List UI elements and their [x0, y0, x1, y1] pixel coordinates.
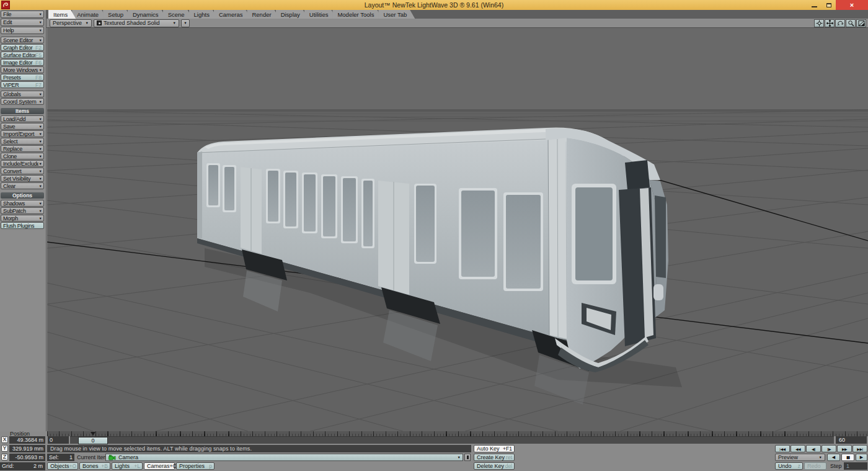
axis-x-button[interactable]: X — [1, 436, 8, 443]
sidebar-button[interactable]: Shadows ▼ — [1, 200, 44, 207]
view-mode-dropdown[interactable]: Perspective ▼ — [50, 19, 92, 27]
item-type-button[interactable]: Properties p — [176, 462, 215, 470]
undo-button[interactable]: Undo z — [775, 462, 803, 470]
create-key-button[interactable]: Create Key ret — [474, 454, 515, 461]
sidebar-button[interactable]: Import/Export ▼ — [1, 130, 44, 137]
move-icon[interactable] — [825, 19, 835, 27]
axis-x-value[interactable]: 49.3684 m — [9, 436, 45, 444]
sidebar-button[interactable]: Clear ▼ — [1, 182, 44, 189]
menu-tab[interactable]: Modeler Tools — [332, 10, 382, 19]
viewport-3d[interactable] — [47, 28, 868, 431]
chevron-down-icon: ▼ — [39, 68, 42, 72]
item-type-button[interactable]: Objects +O — [47, 462, 78, 470]
sidebar-button[interactable]: Graph Editor F2 — [1, 44, 44, 51]
sidebar-button[interactable]: Flush Plugins — [1, 222, 44, 229]
step-field[interactable]: 1 — [844, 462, 867, 470]
end-frame-field[interactable]: 60 — [836, 436, 867, 444]
shading-mode-dropdown[interactable]: Textured Shaded Solid ▼ — [94, 19, 179, 27]
sidebar-button[interactable]: Save ▼ — [1, 123, 44, 130]
menu-tab[interactable]: Cameras — [214, 10, 251, 19]
sidebar-button[interactable]: Globals ▼ — [1, 91, 44, 97]
chevron-down-icon: ▼ — [39, 92, 42, 96]
app-menu-button[interactable]: File ▼ — [1, 11, 44, 18]
axis-z-button[interactable]: Z — [1, 454, 8, 460]
sidebar-divider — [1, 190, 44, 192]
pause-button[interactable]: ▮▮ — [841, 454, 854, 461]
sidebar-button[interactable]: Load/Add ▼ — [1, 115, 44, 122]
status-bar: Drag mouse in view to move selected item… — [47, 445, 471, 452]
chevron-down-icon: ▼ — [39, 125, 42, 128]
sidebar-button[interactable]: Select ▼ — [1, 138, 44, 145]
item-type-button[interactable]: Bones +B — [79, 462, 110, 470]
item-list-toggle-button[interactable] — [464, 454, 471, 461]
chevron-down-icon: ▼ — [39, 38, 42, 42]
chevron-down-icon: ▼ — [82, 21, 89, 25]
transport-button[interactable]: ||▶ — [822, 445, 836, 452]
item-type-button[interactable]: Cameras +C — [144, 462, 175, 470]
close-button[interactable]: × — [836, 0, 868, 10]
play-forward-button[interactable]: ▶ — [856, 454, 867, 461]
transport-button[interactable]: ▶▶ — [837, 445, 852, 452]
app-menu-button[interactable]: Help ▼ — [1, 27, 44, 34]
sidebar-button[interactable]: Morph ▼ — [1, 215, 44, 222]
redo-button[interactable]: Redo — [804, 462, 826, 470]
transport-button[interactable]: ▶▶| — [852, 445, 867, 452]
timeline-slider-handle[interactable]: 0 — [78, 437, 108, 444]
minimize-icon — [812, 6, 817, 7]
sidebar-button[interactable]: Replace ▼ — [1, 145, 44, 152]
axis-y-button[interactable]: Y — [1, 445, 8, 452]
menu-tab[interactable]: Lights — [189, 10, 218, 19]
axis-y-value[interactable]: 329.919 mm — [9, 445, 45, 452]
transport-button[interactable]: |◀◀ — [775, 445, 790, 452]
axis-z-value[interactable]: -50.9593 m — [9, 454, 45, 461]
menu-tab[interactable]: Items — [48, 10, 76, 19]
sidebar-button[interactable]: Convert ▼ — [1, 168, 44, 174]
preview-dropdown[interactable]: Preview ▼ — [775, 454, 825, 461]
sidebar-button[interactable]: Image Editor F6 — [1, 59, 44, 66]
restore-button[interactable] — [822, 0, 836, 10]
app-menu-button[interactable]: Edit ▼ — [1, 19, 44, 26]
menu-tab[interactable]: Scene — [163, 10, 193, 19]
sidebar-button[interactable]: VIPER F7 — [1, 81, 44, 88]
menu-tab[interactable]: Utilities — [304, 10, 337, 19]
center-icon[interactable] — [814, 19, 824, 27]
sidebar-button[interactable]: Set Visibility ▼ — [1, 175, 44, 182]
play-reverse-button[interactable]: ◀ — [827, 454, 840, 461]
sidebar-button[interactable]: Coord System ▼ — [1, 98, 44, 105]
auto-key-button[interactable]: Auto Key +F1 — [474, 445, 515, 452]
bottom-panel: Position X 49.3684 m Y 329.919 mm Z -50.… — [0, 431, 868, 471]
sidebar-divider — [1, 105, 44, 107]
sidebar-button[interactable]: SubPatch ▼ — [1, 207, 44, 214]
step-label: Step — [830, 462, 842, 470]
sidebar-button[interactable]: Scene Editor ▼ — [1, 37, 44, 43]
sidebar-button[interactable]: More Windows ▼ — [1, 66, 44, 73]
current-item-dropdown[interactable]: Camera ▼ — [105, 454, 463, 461]
timeline-ruler[interactable] — [47, 431, 868, 436]
chevron-down-icon: ▼ — [39, 117, 42, 121]
menu-tab[interactable]: User Tab — [378, 10, 415, 19]
sidebar-button[interactable]: Include/Exclude ▼ — [1, 160, 44, 167]
zoom-icon[interactable] — [846, 19, 856, 27]
menu-tab[interactable]: Setup — [103, 10, 131, 19]
transport-button[interactable]: ◀|| — [806, 445, 821, 452]
menu-tab[interactable]: Display — [276, 10, 308, 19]
timeline-track[interactable]: 0 — [70, 436, 834, 444]
sidebar-button[interactable]: Clone ▼ — [1, 153, 44, 159]
options-section-header: Options — [1, 192, 44, 199]
item-type-button[interactable]: Lights +L — [112, 462, 143, 470]
current-frame-field[interactable]: 0 — [48, 436, 69, 444]
maximize-viewport-icon[interactable] — [856, 19, 866, 27]
current-item-name: Camera — [118, 454, 138, 460]
sidebar-button[interactable]: Surface Editor F5 — [1, 52, 44, 58]
sidebar-button[interactable]: Presets F8 — [1, 74, 44, 81]
viewport-options-dropdown[interactable]: ▼ — [181, 19, 190, 27]
menu-tab[interactable]: Animate — [72, 10, 107, 19]
rotate-icon[interactable] — [835, 19, 845, 27]
menu-tab[interactable]: Dynamics — [128, 10, 167, 19]
chevron-down-icon: ▼ — [184, 21, 187, 25]
frame-indicator-icon — [91, 432, 95, 436]
menu-tab[interactable]: Render — [247, 10, 279, 19]
minimize-button[interactable] — [807, 0, 822, 10]
delete-key-button[interactable]: Delete Key del — [474, 462, 515, 470]
transport-button[interactable]: ◀◀ — [790, 445, 805, 452]
